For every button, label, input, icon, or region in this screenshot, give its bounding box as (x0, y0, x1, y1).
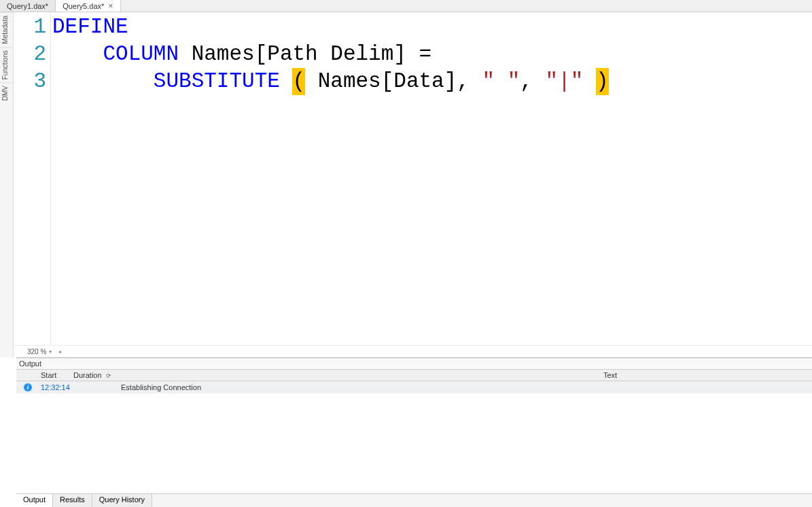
refresh-icon[interactable]: ⟳ (106, 372, 111, 379)
line-number: 2 (14, 41, 46, 68)
code-editor[interactable]: 1 2 3 DEFINE COLUMN Names[Path Delim] = … (14, 12, 812, 345)
side-tab-functions[interactable]: Functions (0, 47, 13, 82)
col-text[interactable]: Text (602, 371, 812, 379)
function-substitute: SUBSTITUTE (154, 69, 280, 93)
chevron-left-icon[interactable]: ◂ (58, 349, 61, 355)
side-tab-dmv[interactable]: DMV (0, 82, 13, 103)
line-number: 3 (14, 68, 46, 95)
bottom-tab-bar: Output Results Query History (16, 493, 812, 507)
row-start: 12:32:14 (39, 383, 72, 391)
file-tab-label: Query1.dax* (7, 2, 48, 10)
editor-wrap: 1 2 3 DEFINE COLUMN Names[Path Delim] = … (14, 12, 812, 357)
bottom-tab-results[interactable]: Results (53, 494, 92, 507)
chevron-down-icon[interactable]: ▾ (49, 349, 52, 355)
table-ref: Names[Path Delim] (192, 42, 406, 66)
string-literal: " " (482, 69, 520, 93)
side-tab-strip: Metadata Functions DMV (0, 12, 14, 357)
bottom-tab-output[interactable]: Output (16, 494, 53, 507)
col-duration[interactable]: Duration ⟳ (72, 371, 120, 379)
main-area: Metadata Functions DMV 1 2 3 DEFINE COLU… (0, 12, 812, 357)
info-icon: i (16, 383, 39, 391)
side-tab-metadata[interactable]: Metadata (0, 12, 13, 47)
output-rows: i 12:32:14 Establishing Connection (16, 381, 812, 493)
string-literal: "|" (546, 69, 584, 93)
operator-eq: = (419, 42, 432, 66)
output-title: Output (16, 358, 812, 369)
paren-close: ) (596, 68, 609, 95)
code-text[interactable]: DEFINE COLUMN Names[Path Delim] = SUBSTI… (51, 12, 812, 345)
zoom-value[interactable]: 320 % (27, 348, 46, 355)
file-tab-label: Query5.dax* (63, 2, 104, 10)
file-tab-query1[interactable]: Query1.dax* (0, 0, 56, 12)
output-row[interactable]: i 12:32:14 Establishing Connection (16, 381, 812, 394)
table-ref: Names[Data] (318, 69, 457, 93)
col-start[interactable]: Start (39, 371, 72, 379)
paren-open: ( (292, 68, 305, 95)
zoom-bar: 320 % ▾ ◂ (14, 345, 812, 357)
bottom-tab-queryhistory[interactable]: Query History (92, 494, 152, 507)
line-number: 1 (14, 14, 46, 41)
output-panel: Output Start Duration ⟳ Text i 12:32:14 … (16, 357, 812, 507)
close-icon[interactable]: ✕ (108, 3, 113, 10)
keyword-column: COLUMN (103, 42, 179, 66)
line-gutter: 1 2 3 (14, 12, 51, 345)
row-text: Establishing Connection (120, 383, 812, 391)
output-header: Start Duration ⟳ Text (16, 369, 812, 381)
comma: , (520, 69, 533, 93)
comma: , (457, 69, 470, 93)
file-tab-query5[interactable]: Query5.dax* ✕ (56, 0, 121, 12)
file-tab-bar: Query1.dax* Query5.dax* ✕ (0, 0, 812, 12)
keyword-define: DEFINE (52, 15, 128, 39)
